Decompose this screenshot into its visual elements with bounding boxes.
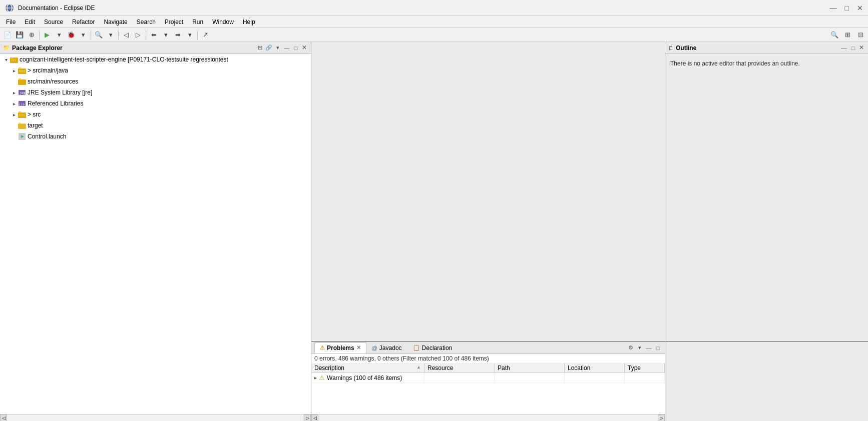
toolbar-forward-btn[interactable]: ➡ xyxy=(172,30,183,40)
center-column: ⚠ Problems ✕ @ Javadoc 📋 Declaration ⚙ xyxy=(311,42,665,421)
tree-referenced-libraries[interactable]: Lib Referenced Libraries xyxy=(0,98,311,109)
warnings-cell[interactable]: ▸ ⚠ Warnings (100 of 486 items) xyxy=(311,373,424,383)
link-editor-btn[interactable]: 🔗 xyxy=(265,44,273,52)
svg-rect-19 xyxy=(18,80,26,85)
toolbar: 📄 💾 ⊕ ▶ ▾ 🐞 ▾ 🔍 ▾ ◁ ▷ ⬅ ▾ ➡ ▾ ↗ 🔍 ⊞ ⊟ xyxy=(0,28,868,42)
bottom-scroll-right[interactable]: ▷ xyxy=(658,414,665,422)
outline-minimize[interactable]: — xyxy=(840,44,848,52)
toolbar-sep-4 xyxy=(146,30,146,40)
collapse-all-btn[interactable]: ⊟ xyxy=(256,44,264,52)
menu-search[interactable]: Search xyxy=(133,18,160,26)
outline-controls: — □ ✕ xyxy=(840,44,865,52)
bottom-scroll-left[interactable]: ◁ xyxy=(311,414,318,422)
warnings-row[interactable]: ▸ ⚠ Warnings (100 of 486 items) xyxy=(311,373,665,383)
toolbar-new-btn[interactable]: 📄 xyxy=(2,30,13,40)
toolbar-search-dropdown[interactable]: ▾ xyxy=(105,30,116,40)
tab-declaration[interactable]: 📋 Declaration xyxy=(407,342,458,354)
svg-rect-12 xyxy=(19,68,21,69)
outline-maximize[interactable]: □ xyxy=(849,44,857,52)
view-menu-btn[interactable]: ▾ xyxy=(274,44,282,52)
jre-system-icon: JRE xyxy=(18,88,26,96)
package-explorer-content: cognizant-intelligent-test-scripter-engi… xyxy=(0,54,311,414)
maximize-button[interactable]: □ xyxy=(845,4,849,12)
svg-rect-25 xyxy=(19,112,21,113)
svg-text:JRE: JRE xyxy=(20,92,26,96)
tab-problems[interactable]: ⚠ Problems ✕ xyxy=(314,342,366,354)
src-main-java-label: > src/main/java xyxy=(28,67,68,74)
perspectives-btn[interactable]: ⊞ xyxy=(842,30,853,40)
close-button[interactable]: ✕ xyxy=(857,4,863,12)
src-main-resources-icon xyxy=(18,78,26,86)
toolbar-prev-edit[interactable]: ◁ xyxy=(121,30,132,40)
right-bottom-placeholder xyxy=(665,341,868,421)
tree-control-launch[interactable]: Control.launch xyxy=(0,131,311,142)
menu-edit[interactable]: Edit xyxy=(21,18,39,26)
toolbar-debug-dropdown[interactable]: ▾ xyxy=(78,30,89,40)
col-location: Location xyxy=(565,364,625,373)
bottom-minimize[interactable]: — xyxy=(645,344,653,352)
menu-project[interactable]: Project xyxy=(161,18,187,26)
toolbar-next-edit[interactable]: ▷ xyxy=(133,30,144,40)
src-arrow[interactable] xyxy=(10,110,18,118)
src-main-java-arrow[interactable] xyxy=(10,66,18,74)
svg-text:Lib: Lib xyxy=(19,102,25,106)
scroll-left-btn[interactable]: ◁ xyxy=(0,414,7,422)
svg-rect-18 xyxy=(19,78,21,80)
jre-system-arrow[interactable] xyxy=(10,88,18,96)
search-icon[interactable]: 🔍 xyxy=(829,30,840,40)
javadoc-tab-label: Javadoc xyxy=(379,344,402,352)
menu-file[interactable]: File xyxy=(2,18,20,26)
eclipse-logo xyxy=(5,4,14,12)
maximize-panel-btn[interactable]: □ xyxy=(292,44,300,52)
tree-jre-system-library[interactable]: JRE JRE System Library [jre] xyxy=(0,87,311,98)
project-expand-arrow[interactable] xyxy=(2,56,10,64)
toolbar-debug-btn[interactable]: 🐞 xyxy=(66,30,77,40)
toolbar-back-dropdown[interactable]: ▾ xyxy=(160,30,171,40)
bottom-header-controls: ⚙ ▾ — □ xyxy=(627,344,662,352)
toolbar-search-btn[interactable]: 🔍 xyxy=(93,30,104,40)
tree-src[interactable]: > src xyxy=(0,109,311,120)
svg-rect-6 xyxy=(10,58,18,63)
warnings-label: Warnings (100 of 486 items) xyxy=(327,374,402,382)
close-panel-btn[interactable]: ✕ xyxy=(301,44,308,52)
toolbar-save-btn[interactable]: 💾 xyxy=(14,30,25,40)
editor-area xyxy=(311,42,665,341)
bottom-panel-header: ⚠ Problems ✕ @ Javadoc 📋 Declaration ⚙ xyxy=(311,342,665,354)
target-label: target xyxy=(28,122,43,129)
outline-close[interactable]: ✕ xyxy=(858,44,865,52)
tab-javadoc[interactable]: @ Javadoc xyxy=(366,342,407,354)
tree-target[interactable]: target xyxy=(0,120,311,131)
bottom-hscroll: ◁ ▷ xyxy=(311,414,665,421)
toolbar-run-dropdown[interactable]: ▾ xyxy=(54,30,65,40)
tree-project-root[interactable]: cognizant-intelligent-test-scripter-engi… xyxy=(0,54,311,65)
ref-libraries-arrow[interactable] xyxy=(10,100,18,108)
eclipse-window: Documentation - Eclipse IDE — □ ✕ File E… xyxy=(0,0,868,421)
minimize-panel-btn[interactable]: — xyxy=(283,44,291,52)
toolbar-navigate-btn[interactable]: ↗ xyxy=(200,30,211,40)
toolbar-back-btn[interactable]: ⬅ xyxy=(148,30,159,40)
menu-refactor[interactable]: Refactor xyxy=(68,18,99,26)
tree-src-main-resources[interactable]: src/main/resources xyxy=(0,76,311,87)
minimize-button[interactable]: — xyxy=(830,4,837,12)
menu-run[interactable]: Run xyxy=(188,18,207,26)
control-launch-label: Control.launch xyxy=(28,133,66,140)
filter-btn[interactable]: ⚙ xyxy=(627,344,635,352)
menu-source[interactable]: Source xyxy=(40,18,67,26)
bottom-view-menu[interactable]: ▾ xyxy=(636,344,644,352)
bottom-maximize[interactable]: □ xyxy=(654,344,662,352)
menu-help[interactable]: Help xyxy=(239,18,259,26)
menu-navigate[interactable]: Navigate xyxy=(100,18,131,26)
menu-window[interactable]: Window xyxy=(208,18,238,26)
tree-src-main-java[interactable]: > src/main/java xyxy=(0,65,311,76)
left-column: 📁 Package Explorer ⊟ 🔗 ▾ — □ ✕ xyxy=(0,42,311,421)
toolbar-save-all-btn[interactable]: ⊕ xyxy=(26,30,37,40)
control-launch-icon xyxy=(18,132,26,140)
toolbar-forward-dropdown[interactable]: ▾ xyxy=(184,30,195,40)
warnings-expand-arrow[interactable]: ▸ xyxy=(314,375,317,380)
views-btn[interactable]: ⊟ xyxy=(855,30,866,40)
declaration-tab-label: Declaration xyxy=(422,344,453,352)
title-bar: Documentation - Eclipse IDE — □ ✕ xyxy=(0,0,868,16)
problems-tab-close[interactable]: ✕ xyxy=(356,344,361,351)
toolbar-run-btn[interactable]: ▶ xyxy=(42,30,53,40)
scroll-right-btn[interactable]: ▷ xyxy=(304,414,311,422)
